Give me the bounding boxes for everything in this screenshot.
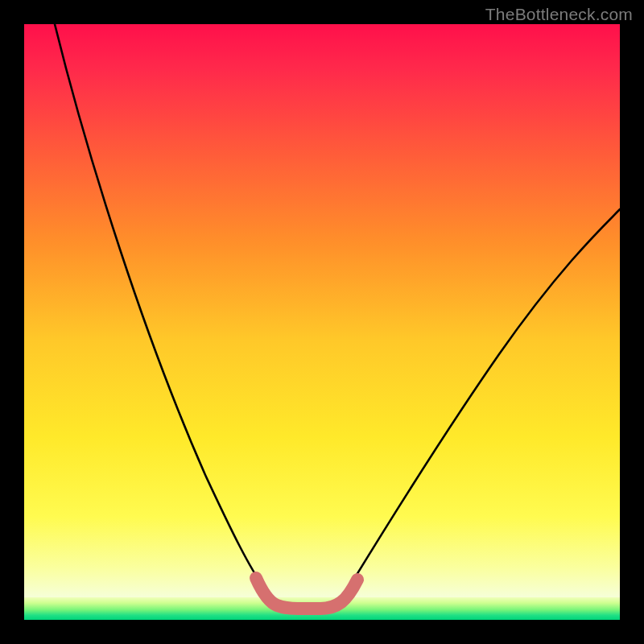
watermark-text: TheBottleneck.com	[485, 5, 633, 24]
plot-area	[24, 24, 620, 620]
chart-svg	[0, 0, 644, 644]
chart-container: TheBottleneck.com	[0, 0, 644, 644]
